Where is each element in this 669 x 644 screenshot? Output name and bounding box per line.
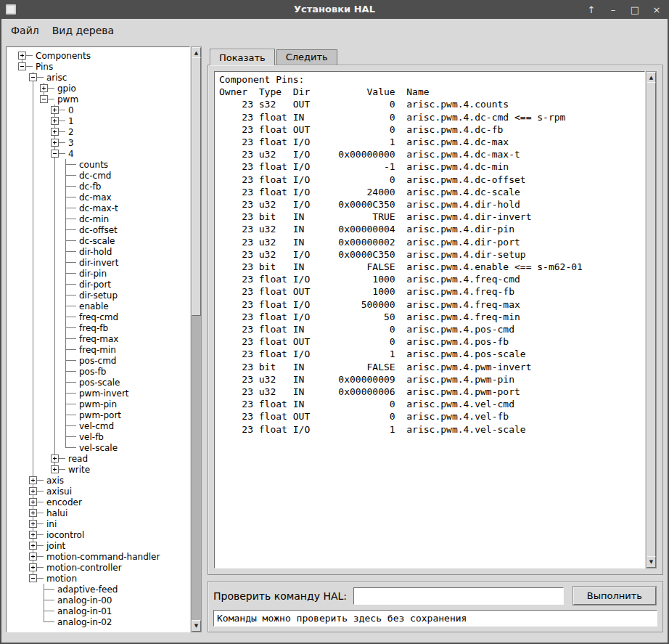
tree-item-motion-controller[interactable]: motion-controller [17, 562, 189, 573]
tree-item-analog-in-02[interactable]: analog-in-02 [17, 616, 189, 627]
tree-expander-plus-icon[interactable] [51, 128, 59, 136]
tree-item-vel-cmd[interactable]: vel-cmd [17, 420, 189, 431]
tree-item-dc-max-t[interactable]: dc-max-t [17, 203, 189, 213]
tree-expander-plus-icon[interactable] [51, 117, 59, 125]
tree-item-vel-scale[interactable]: vel-scale [17, 442, 189, 453]
tree-item-pos-scale[interactable]: pos-scale [17, 377, 189, 388]
tree-item-iocontrol[interactable]: iocontrol [17, 529, 189, 540]
tree-item-axisui[interactable]: axisui [17, 486, 189, 497]
tree-item-vel-fb[interactable]: vel-fb [17, 431, 189, 442]
tree-item-dir-port[interactable]: dir-port [17, 279, 189, 290]
tree-item-ini[interactable]: ini [17, 518, 189, 529]
pins-output[interactable]: Component Pins:Owner Type Dir Value Name… [214, 71, 645, 568]
scroll-down-icon[interactable]: ▼ [192, 620, 201, 632]
tree-item-enable[interactable]: enable [17, 301, 189, 311]
tree-scrollbar[interactable]: ▲ ▼ [191, 46, 202, 632]
tree-item-label: dc-fb [79, 182, 101, 192]
menu-file[interactable]: Файл [4, 22, 46, 39]
tree-item-Pins[interactable]: Pins [17, 61, 189, 72]
close-icon[interactable]: × [652, 4, 662, 15]
tree-item-dc-min[interactable]: dc-min [17, 213, 189, 224]
output-scrollbar[interactable]: ▲ ▼ [646, 71, 657, 568]
tree-item-label: dir-port [79, 280, 111, 290]
tree-expander-plus-icon[interactable] [29, 531, 37, 539]
pins-line: 23 u32 I/O 0x00000000 arisc.pwm.4.dc-max… [219, 148, 644, 160]
tree-item-gpio[interactable]: gpio [17, 83, 189, 94]
tree-item-pwm-invert[interactable]: pwm-invert [17, 388, 189, 399]
tree-item-label: adaptive-feed [57, 584, 118, 595]
tree-expander-minus-icon[interactable] [29, 73, 37, 81]
tree-item-motion[interactable]: motion [17, 573, 189, 584]
tree-item-freq-cmd[interactable]: freq-cmd [17, 311, 189, 322]
tree-item-dc-max[interactable]: dc-max [17, 192, 189, 203]
tree-expander-minus-icon[interactable] [51, 150, 59, 158]
tree-expander-plus-icon[interactable] [29, 498, 37, 506]
tree-item-encoder[interactable]: encoder [17, 497, 189, 508]
tree-item-4[interactable]: 4 [17, 148, 189, 159]
tree-expander-minus-icon[interactable] [29, 574, 37, 582]
tree-item-motion-command-handler[interactable]: motion-command-handler [17, 551, 189, 562]
tree-item-analog-in-01[interactable]: analog-in-01 [17, 606, 189, 616]
tree-item-pos-fb[interactable]: pos-fb [17, 366, 189, 377]
tree-expander-plus-icon[interactable] [29, 509, 37, 517]
tree-expander-plus-icon[interactable] [51, 465, 59, 473]
tree-item-dc-fb[interactable]: dc-fb [17, 181, 189, 192]
tree-item-dir-hold[interactable]: dir-hold [17, 246, 189, 257]
tree-expander-plus-icon[interactable] [29, 520, 37, 528]
tree-item-dc-cmd[interactable]: dc-cmd [17, 170, 189, 181]
tree-item-counts[interactable]: counts [17, 159, 189, 170]
tree-expander-plus-icon[interactable] [51, 106, 59, 114]
tree-item-pwm[interactable]: pwm [17, 94, 189, 105]
tree-item-freq-fb[interactable]: freq-fb [17, 322, 189, 333]
tree-item-pwm-port[interactable]: pwm-port [17, 409, 189, 420]
tree-scrollbar-thumb[interactable] [192, 57, 201, 316]
tree[interactable]: ComponentsPinsariscgpiopwm01234countsdc-… [6, 46, 190, 632]
tab-show[interactable]: Показать [210, 49, 275, 65]
tree-item-dc-scale[interactable]: dc-scale [17, 235, 189, 246]
output-scrollbar-thumb[interactable] [647, 82, 656, 558]
tree-expander-plus-icon[interactable] [40, 84, 48, 92]
tree-expander-plus-icon[interactable] [29, 563, 37, 571]
tree-expander-plus-icon[interactable] [51, 139, 59, 147]
tree-expander-minus-icon[interactable] [18, 62, 26, 70]
pins-line: 23 u32 IN 0x00000006 arisc.pwm.4.pwm-por… [219, 386, 644, 398]
tree-item-0[interactable]: 0 [17, 105, 189, 115]
tree-item-Components[interactable]: Components [17, 50, 189, 61]
tree-item-dir-invert[interactable]: dir-invert [17, 257, 189, 268]
tree-item-3[interactable]: 3 [17, 137, 189, 148]
tree-expander-plus-icon[interactable] [29, 553, 37, 561]
shade-icon[interactable]: ↑ [586, 4, 596, 15]
tree-item-freq-min[interactable]: freq-min [17, 344, 189, 355]
tree-item-write[interactable]: write [17, 464, 189, 475]
tree-expander-plus-icon[interactable] [29, 487, 37, 495]
tab-watch[interactable]: Следить [276, 49, 337, 65]
execute-button[interactable]: Выполнить [573, 587, 656, 605]
tree-item-dir-setup[interactable]: dir-setup [17, 290, 189, 301]
tree-item-joint[interactable]: joint [17, 540, 189, 551]
tree-item-label: dc-offset [79, 225, 118, 235]
tree-item-label: gpio [57, 83, 76, 94]
hal-command-input[interactable] [353, 587, 564, 605]
tree-item-read[interactable]: read [17, 453, 189, 464]
tree-expander-minus-icon[interactable] [40, 95, 48, 103]
tree-item-axis[interactable]: axis [17, 475, 189, 486]
minimize-icon[interactable]: – [608, 4, 618, 15]
tree-item-dir-pin[interactable]: dir-pin [17, 268, 189, 279]
menu-tree-view[interactable]: Вид дерева [46, 22, 120, 39]
tree-item-1[interactable]: 1 [17, 115, 189, 126]
tree-expander-plus-icon[interactable] [51, 455, 59, 462]
tree-item-dc-offset[interactable]: dc-offset [17, 224, 189, 235]
tree-item-2[interactable]: 2 [17, 126, 189, 137]
tree-item-analog-in-00[interactable]: analog-in-00 [17, 595, 189, 606]
scroll-down-icon[interactable]: ▼ [647, 556, 656, 568]
tree-item-freq-max[interactable]: freq-max [17, 333, 189, 344]
tree-item-pwm-pin[interactable]: pwm-pin [17, 399, 189, 409]
tree-expander-plus-icon[interactable] [29, 476, 37, 484]
tree-item-halui[interactable]: halui [17, 508, 189, 518]
tree-expander-plus-icon[interactable] [29, 542, 37, 550]
tree-item-arisc[interactable]: arisc [17, 72, 189, 83]
tree-item-adaptive-feed[interactable]: adaptive-feed [17, 584, 189, 595]
maximize-icon[interactable]: □ [630, 4, 640, 15]
tree-item-pos-cmd[interactable]: pos-cmd [17, 355, 189, 366]
tree-expander-plus-icon[interactable] [18, 52, 26, 60]
